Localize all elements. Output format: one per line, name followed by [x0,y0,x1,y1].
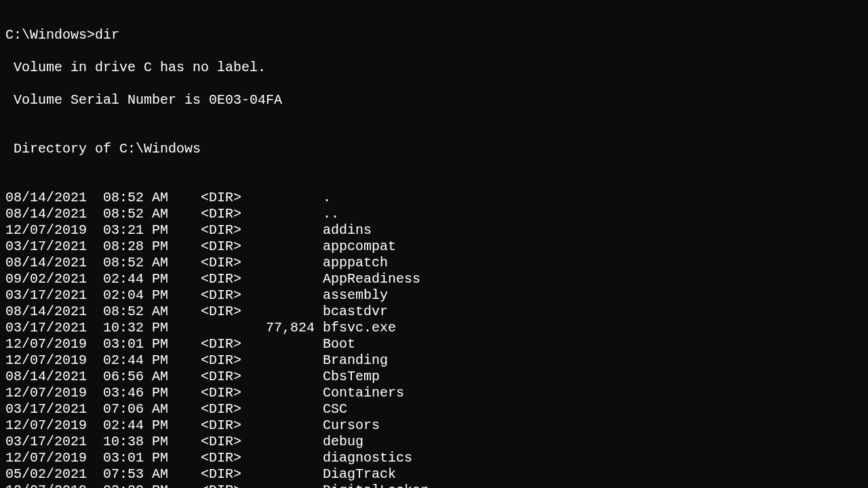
dir-entry: 12/07/2019 03:21 PM <DIR> addins [5,222,863,239]
dir-entry: 09/02/2021 02:44 PM <DIR> AppReadiness [5,271,863,287]
dir-entry: 08/14/2021 08:52 AM <DIR> .. [5,206,863,222]
prompt: C:\Windows> [5,27,95,43]
dir-entry: 03/17/2021 02:04 PM <DIR> assembly [5,287,863,304]
serial-line: Volume Serial Number is 0E03-04FA [5,92,863,108]
volume-line: Volume in drive C has no label. [5,60,863,76]
dir-entry: 03/17/2021 08:28 PM <DIR> appcompat [5,239,863,255]
dir-entry: 12/07/2019 03:46 PM <DIR> Containers [5,385,863,401]
dir-entry: 12/07/2019 03:01 PM <DIR> Boot [5,336,863,352]
dir-entry: 05/02/2021 07:53 AM <DIR> DiagTrack [5,466,863,483]
dir-entries: 08/14/2021 08:52 AM <DIR> .08/14/2021 08… [5,190,863,488]
dirof-line: Directory of C:\Windows [5,141,863,157]
dir-entry: 12/07/2019 03:01 PM <DIR> diagnostics [5,450,863,466]
dir-entry: 12/07/2019 02:44 PM <DIR> Branding [5,352,863,369]
dir-entry: 08/14/2021 08:52 AM <DIR> apppatch [5,255,863,271]
dir-entry: 08/14/2021 06:56 AM <DIR> CbsTemp [5,369,863,385]
command: dir [95,27,119,43]
terminal-output[interactable]: C:\Windows>dir Volume in drive C has no … [0,0,868,488]
dir-entry: 08/14/2021 08:52 AM <DIR> bcastdvr [5,304,863,320]
dir-entry: 08/14/2021 08:52 AM <DIR> . [5,190,863,206]
dir-entry: 12/07/2019 02:44 PM <DIR> Cursors [5,418,863,434]
dir-entry: 12/07/2019 03:20 PM <DIR> DigitalLocker [5,483,863,488]
dir-entry: 03/17/2021 07:06 AM <DIR> CSC [5,401,863,418]
prompt-line: C:\Windows>dir [5,27,863,43]
dir-entry: 03/17/2021 10:38 PM <DIR> debug [5,434,863,450]
dir-entry: 03/17/2021 10:32 PM 77,824 bfsvc.exe [5,320,863,336]
